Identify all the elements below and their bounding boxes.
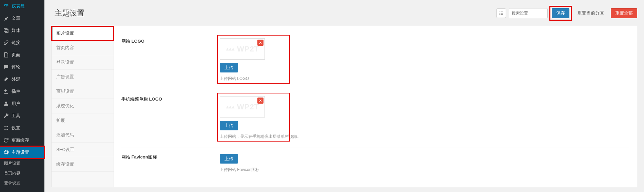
dashboard-icon [3,3,9,9]
tool-icon [3,112,9,119]
field-label: 手机端菜单栏 LOGO [121,96,220,140]
pin-icon [3,15,9,22]
link-icon [3,39,9,46]
watermark-logo: WP2T [226,45,259,54]
search-input[interactable] [509,8,548,18]
tab-ad-settings[interactable]: 广告设置 [52,70,114,84]
sidebar-item-label: 设置 [12,125,20,131]
settings-tabs: 图片设置 首页内容 登录设置 广告设置 页脚设置 系统优化 扩展 添加代码 SE… [52,26,114,187]
close-icon [259,99,262,102]
save-button-highlight: 保存 [550,7,571,20]
admin-submenu: 图片设置 首页内容 登录设置 [0,158,44,188]
field-favicon: 网站 Favicon图标 上传 上传网站 Favicon图标 [121,148,629,181]
sidebar-item-appearance[interactable]: 外观 [0,73,44,85]
sidebar-item-label: 文章 [12,15,20,21]
refresh-icon [3,137,9,144]
tab-image-settings[interactable]: 图片设置 [52,26,114,41]
field-site-logo: 网站 LOGO WP2T 上传 [121,32,629,90]
upload-button[interactable]: 上传 [220,121,238,130]
save-button[interactable]: 保存 [552,8,569,18]
tab-add-code[interactable]: 添加代码 [52,128,114,143]
sidebar-item-plugins[interactable]: 插件 [0,85,44,98]
sidebar-item-posts[interactable]: 文章 [0,12,44,24]
tab-extensions[interactable]: 扩展 [52,113,114,128]
reset-section-button[interactable]: 重置当前分区 [573,8,608,18]
field-control: 上传 上传网站 Favicon图标 [220,154,259,173]
settings-body: 网站 LOGO WP2T 上传 [114,26,637,187]
page-icon [3,51,9,58]
sidebar-item-label: 链接 [12,40,20,46]
admin-sub-item[interactable]: 登录设置 [0,178,44,188]
sidebar-item-theme-settings[interactable]: 主题设置 [0,146,44,158]
sidebar-item-links[interactable]: 链接 [0,37,44,49]
sidebar-item-label: 外观 [12,76,20,82]
admin-sub-item[interactable]: 首页内容 [0,168,44,178]
sidebar-item-label: 仪表盘 [12,3,25,9]
media-preview: WP2T [220,96,265,118]
sidebar-item-dashboard[interactable]: 仪表盘 [0,0,44,12]
sidebar-item-label: 用户 [12,101,20,107]
user-icon [3,100,9,107]
media-preview: WP2T [220,38,265,60]
sidebar-item-users[interactable]: 用户 [0,98,44,110]
sidebar-item-comments[interactable]: 评论 [0,61,44,73]
sidebar-item-settings[interactable]: 设置 [0,122,44,134]
admin-sub-item[interactable]: 图片设置 [0,158,44,168]
gear-icon [3,149,9,156]
field-control: WP2T 上传 上传网站 LOGO [220,38,265,82]
tab-home-content[interactable]: 首页内容 [52,41,114,55]
field-label: 网站 LOGO [121,38,220,82]
close-icon [259,41,262,44]
tab-footer-settings[interactable]: 页脚设置 [52,84,114,99]
field-description: 上传网站，显示在手机端弹出层菜单栏顶部。 [220,134,301,140]
watermark-logo: WP2T [226,103,259,111]
reset-all-button[interactable]: 重置全部 [611,8,637,18]
tab-cache-settings[interactable]: 缓存设置 [52,157,114,172]
sidebar-item-label: 工具 [12,113,20,119]
media-icon [3,27,9,34]
sidebar-item-label: 评论 [12,64,20,70]
field-mobile-logo: 手机端菜单栏 LOGO WP2T 上传 [121,90,629,148]
field-label: 网站 Favicon图标 [121,154,220,173]
field-control: WP2T 上传 上传网站，显示在手机端弹出层菜单栏顶部。 [220,96,301,140]
settings-panel: 图片设置 首页内容 登录设置 广告设置 页脚设置 系统优化 扩展 添加代码 SE… [51,26,637,187]
comment-icon [3,64,9,70]
main-content: 主题设置 保存 重置当前分区 重置全部 图片设置 首页内容 登录设置 广告 [44,0,644,192]
remove-media-button[interactable] [257,40,264,46]
expand-all-button[interactable] [496,8,506,18]
upload-button[interactable]: 上传 [220,63,238,72]
tab-system-optimize[interactable]: 系统优化 [52,99,114,113]
list-icon [499,10,504,16]
field-description: 上传网站 LOGO [220,76,265,82]
settings-icon [3,125,9,131]
sidebar-item-label: 页面 [12,52,20,58]
sidebar-item-label: 插件 [12,88,20,94]
sidebar-item-label: 更新缓存 [12,137,29,143]
page-header: 主题设置 保存 重置当前分区 重置全部 [51,3,637,26]
tab-login-settings[interactable]: 登录设置 [52,55,114,70]
field-description: 上传网站 Favicon图标 [220,167,259,173]
sidebar-item-media[interactable]: 媒体 [0,24,44,37]
page-title: 主题设置 [55,8,84,18]
sidebar-item-cache[interactable]: 更新缓存 [0,134,44,146]
remove-media-button[interactable] [257,98,264,104]
sidebar-item-tools[interactable]: 工具 [0,110,44,122]
admin-sidebar: 仪表盘 文章 媒体 链接 页面 评论 外观 插件 用户 工具 设置 更新缓存 主… [0,0,44,192]
header-actions: 保存 重置当前分区 重置全部 [496,7,637,20]
brush-icon [3,76,9,83]
sidebar-item-pages[interactable]: 页面 [0,49,44,61]
plugin-icon [3,88,9,95]
tab-seo-settings[interactable]: SEO设置 [52,143,114,157]
sidebar-item-label: 主题设置 [12,149,29,155]
upload-button[interactable]: 上传 [220,154,238,164]
admin-menu: 仪表盘 文章 媒体 链接 页面 评论 外观 插件 用户 工具 设置 更新缓存 主… [0,0,44,158]
sidebar-item-label: 媒体 [12,27,20,34]
